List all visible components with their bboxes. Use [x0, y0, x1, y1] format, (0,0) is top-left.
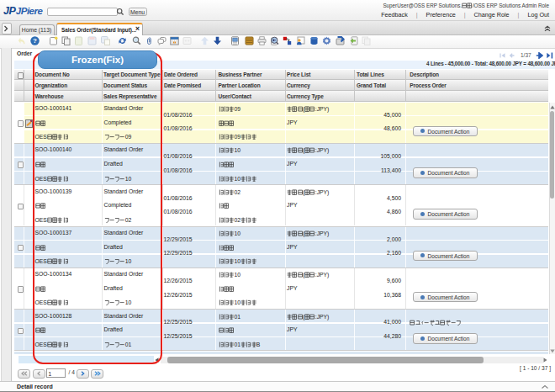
svg-text:?: ?: [33, 37, 37, 45]
